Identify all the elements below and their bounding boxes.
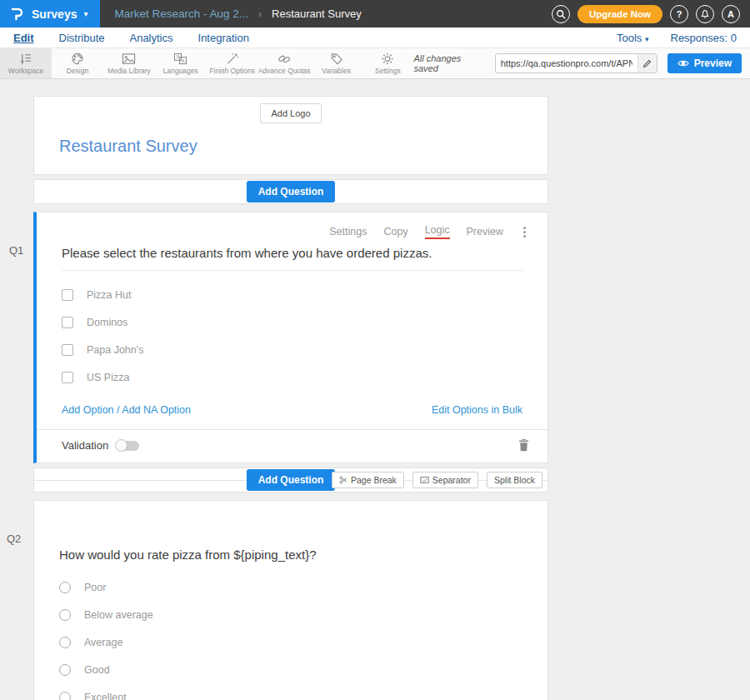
add-option-link[interactable]: Add Option: [62, 404, 114, 416]
preview-button[interactable]: Preview: [668, 53, 742, 73]
tool-design[interactable]: Design: [52, 48, 103, 78]
q2-option-row: Average: [59, 637, 522, 648]
q1-option-row: Pizza Hut: [62, 289, 522, 301]
sub-nav: Edit Distribute Analytics Integration To…: [0, 28, 750, 48]
q1-option-row: Papa John's: [62, 344, 522, 356]
split-block-button[interactable]: Split Block: [487, 472, 542, 488]
question-mark-icon: ?: [677, 9, 682, 19]
q1-option-row: US Pizza: [62, 372, 522, 383]
q1-logic-link[interactable]: Logic: [425, 224, 450, 239]
palette-icon: [71, 52, 84, 65]
q2-question-text[interactable]: How would you rate pizza from ${piping_t…: [59, 548, 522, 562]
q1-option-links: Add Option / Add NA Option Edit Options …: [37, 399, 548, 429]
validation-toggle[interactable]: [117, 441, 139, 451]
question-card-q1: Q1 Settings Copy Logic Preview Please se…: [33, 212, 548, 463]
q2-options: Poor Below average Average Good Excellen…: [59, 582, 522, 700]
svg-text:X: X: [177, 54, 180, 59]
q2-option-row: Poor: [59, 582, 522, 593]
image-icon: [122, 52, 136, 65]
q1-validation-row: Validation: [37, 429, 548, 462]
responses-count: Responses: 0: [671, 32, 738, 44]
pencil-icon: [642, 59, 652, 68]
insert-strip-middle: Add Question Page Break Separator Split …: [33, 468, 548, 492]
surveys-menu[interactable]: Surveys ▾: [0, 0, 100, 28]
q1-options: Pizza Hut Dominos Papa John's US Pizza: [37, 271, 548, 383]
edit-url-button[interactable]: [638, 54, 657, 72]
tool-workspace[interactable]: Workspace: [0, 48, 52, 78]
tag-icon: [330, 52, 343, 65]
survey-url-input[interactable]: [496, 58, 638, 68]
q1-copy-link[interactable]: Copy: [383, 226, 408, 238]
q2-option-2-label[interactable]: Below average: [84, 609, 153, 621]
top-bar: Surveys ▾ Market Research - Aug 2... › R…: [0, 0, 750, 28]
q1-option-3-checkbox[interactable]: [62, 344, 73, 356]
question-number-q2: Q2: [7, 532, 21, 545]
q1-question-text[interactable]: Please select the restaurants from where…: [62, 246, 522, 271]
breadcrumb-parent[interactable]: Market Research - Aug 2...: [115, 8, 249, 20]
q1-option-1-checkbox[interactable]: [62, 289, 73, 301]
q2-option-row: Good: [59, 664, 522, 676]
tool-advance-quotas[interactable]: Advance Quotas: [258, 48, 311, 78]
q2-option-1-radio[interactable]: [59, 582, 71, 593]
survey-header-card: Add Logo Restaurant Survey: [33, 96, 548, 175]
add-logo-button[interactable]: Add Logo: [260, 103, 321, 123]
insert-buttons: Page Break Separator Split Block: [332, 472, 542, 488]
add-na-option-link[interactable]: Add NA Option: [122, 404, 191, 416]
q2-option-4-radio[interactable]: [59, 664, 71, 676]
tab-integration[interactable]: Integration: [198, 32, 249, 44]
breadcrumb: Market Research - Aug 2... › Restaurant …: [115, 8, 362, 20]
q2-option-row: Excellent: [59, 692, 522, 700]
toolbar-right: All changes saved Preview: [413, 48, 750, 78]
upgrade-now-button[interactable]: Upgrade Now: [578, 5, 662, 23]
brand-label: Surveys: [32, 8, 77, 21]
tool-variables[interactable]: Variables: [311, 48, 362, 78]
tab-distribute[interactable]: Distribute: [59, 32, 105, 44]
q1-more-menu[interactable]: [520, 225, 529, 239]
q1-option-1-label[interactable]: Pizza Hut: [87, 289, 132, 301]
q2-option-1-label[interactable]: Poor: [84, 582, 106, 593]
tab-edit[interactable]: Edit: [13, 32, 34, 44]
editor-toolbar: Workspace Design Media Library X A Langu…: [0, 48, 750, 79]
search-icon: [556, 9, 566, 19]
q1-settings-link[interactable]: Settings: [329, 226, 367, 238]
add-question-button[interactable]: Add Question: [247, 181, 336, 202]
delete-question-button[interactable]: [518, 439, 529, 452]
help-button[interactable]: ?: [670, 5, 688, 23]
survey-title[interactable]: Restaurant Survey: [34, 123, 548, 174]
edit-options-in-bulk-link[interactable]: Edit Options in Bulk: [432, 404, 522, 416]
q1-preview-link[interactable]: Preview: [467, 226, 503, 238]
tools-menu[interactable]: Tools ▾: [617, 32, 649, 44]
q1-option-2-checkbox[interactable]: [62, 317, 73, 328]
q2-option-4-label[interactable]: Good: [84, 664, 110, 676]
survey-canvas: Add Logo Restaurant Survey Add Question …: [0, 79, 750, 700]
q2-option-3-label[interactable]: Average: [84, 637, 122, 648]
question-number-q1: Q1: [9, 244, 23, 257]
q1-option-3-label[interactable]: Papa John's: [87, 344, 143, 356]
tool-languages[interactable]: X A Languages: [155, 48, 207, 78]
q2-option-3-radio[interactable]: [59, 637, 71, 648]
breadcrumb-current: Restaurant Survey: [272, 8, 362, 20]
q1-option-4-checkbox[interactable]: [62, 372, 73, 383]
q2-option-5-label[interactable]: Excellent: [84, 692, 127, 700]
separator-icon: [420, 476, 429, 484]
chain-link-icon: [278, 52, 291, 65]
q2-option-2-radio[interactable]: [59, 609, 71, 621]
add-question-button[interactable]: Add Question: [247, 469, 336, 491]
eye-icon: [678, 59, 689, 68]
scissors-icon: [339, 476, 348, 484]
separator-button[interactable]: Separator: [412, 472, 478, 488]
account-avatar[interactable]: A: [722, 5, 740, 23]
questionpro-logo-icon: [8, 6, 25, 22]
tool-settings[interactable]: Settings: [362, 48, 413, 78]
q2-option-5-radio[interactable]: [59, 692, 71, 700]
search-button[interactable]: [552, 5, 570, 23]
tool-finish-options[interactable]: Finish Options: [207, 48, 258, 78]
notifications-button[interactable]: [696, 5, 714, 23]
q1-option-2-label[interactable]: Dominos: [87, 317, 128, 328]
survey-url-box: [495, 53, 658, 73]
tool-media-library[interactable]: Media Library: [103, 48, 155, 78]
tab-analytics[interactable]: Analytics: [129, 32, 172, 44]
kebab-icon: [523, 227, 526, 229]
q1-option-4-label[interactable]: US Pizza: [87, 372, 129, 383]
page-break-button[interactable]: Page Break: [332, 472, 404, 488]
